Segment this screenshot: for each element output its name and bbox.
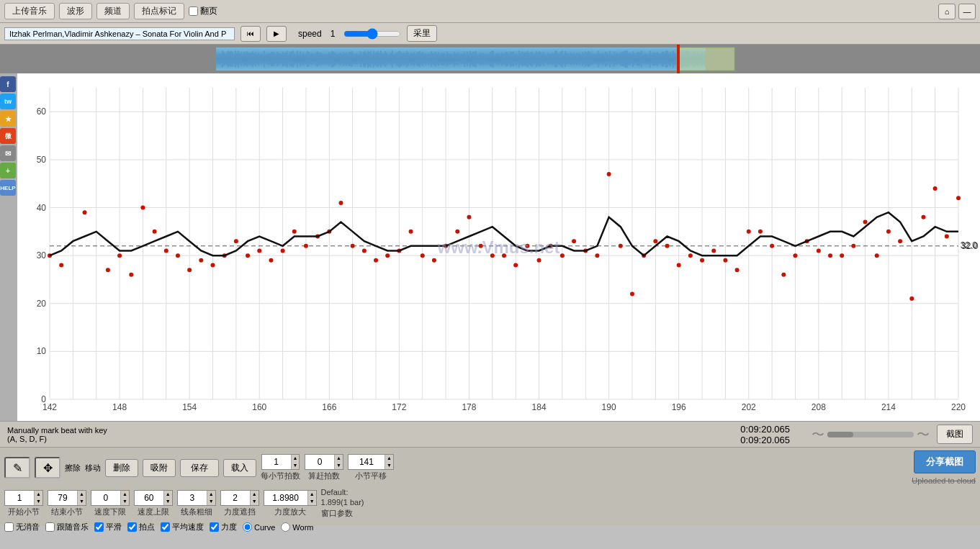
absorb-btn[interactable]: 吸附 <box>143 459 176 477</box>
line-width-up[interactable]: ▲ <box>207 491 215 498</box>
speed-lower-label: 速度下限 <box>94 507 126 517</box>
twitter-btn[interactable]: tw <box>0 94 16 109</box>
time1: 0:09:20.065 <box>740 424 790 435</box>
end-bar-input[interactable] <box>48 491 77 505</box>
amplify-input[interactable] <box>264 491 307 505</box>
start-bar-spinbox[interactable]: ▲ ▼ <box>4 490 43 506</box>
smooth-speed-down[interactable]: ▼ <box>250 498 259 505</box>
manual-mark-text: Manually mark beat with key <box>7 426 733 435</box>
amplify-up[interactable]: ▲ <box>307 491 316 498</box>
speed-upper-spinbox[interactable]: ▲ ▼ <box>134 490 173 506</box>
amplify-down[interactable]: ▼ <box>307 498 316 505</box>
share-btn[interactable]: 分享截图 <box>914 450 976 473</box>
screenshot-btn[interactable]: 截图 <box>937 425 973 444</box>
bar-offset-down[interactable]: ▼ <box>385 462 393 469</box>
smooth-checkbox-label: 平滑 <box>94 522 122 532</box>
minimize-btn[interactable]: — <box>958 4 976 19</box>
window-param-label: 窗口参数 <box>321 508 364 519</box>
status-bar: Manually mark beat with key (A, S, D, F)… <box>0 421 980 447</box>
wave-slider[interactable] <box>827 432 914 437</box>
end-bar-spinbox[interactable]: ▲ ▼ <box>48 490 86 506</box>
start-bar-up[interactable]: ▲ <box>34 491 42 498</box>
speed-upper-input[interactable] <box>135 491 163 505</box>
beat-unit-input[interactable] <box>305 455 334 469</box>
home-btn[interactable]: ⌂ <box>938 4 956 19</box>
follow-music-checkbox[interactable] <box>45 522 55 532</box>
worm-radio[interactable] <box>281 522 290 532</box>
flip-label: 翻页 <box>200 5 217 17</box>
end-bar-up[interactable]: ▲ <box>77 491 86 498</box>
facebook-btn[interactable]: f <box>0 76 16 92</box>
speed-lower-input[interactable] <box>91 491 120 505</box>
speed-lower-up[interactable]: ▲ <box>120 491 129 498</box>
social-sidebar: f tw ★ 微 ✉ + HELP <box>0 73 17 421</box>
weibo-btn[interactable]: 微 <box>0 128 16 144</box>
smooth-speed-input[interactable] <box>221 491 250 505</box>
help-btn[interactable]: HELP <box>0 180 16 196</box>
line-width-input[interactable] <box>178 491 207 505</box>
wave-btn[interactable]: 波形 <box>59 3 92 19</box>
top-toolbar: 上传音乐 波形 频道 拍点标记 翻页 ⌂ — <box>0 0 980 23</box>
delete-btn[interactable]: 删除 <box>105 459 138 477</box>
confirm-btn[interactable]: 采里 <box>407 25 437 42</box>
video-btn[interactable]: 频道 <box>96 3 130 19</box>
controls-row2: ▲ ▼ 开始小节 ▲ ▼ 结束小节 ▲ ▼ <box>4 488 976 519</box>
no-mute-checkbox[interactable] <box>4 522 14 532</box>
mail-btn[interactable]: ✉ <box>0 145 16 161</box>
keys-text: (A, S, D, F) <box>7 435 733 443</box>
bar-offset-up[interactable]: ▲ <box>385 455 393 462</box>
beats-per-bar-down[interactable]: ▼ <box>291 462 300 469</box>
beats-per-bar-up[interactable]: ▲ <box>291 455 300 462</box>
bar-offset-input[interactable] <box>349 455 385 469</box>
waveform-overview[interactable] <box>0 45 980 73</box>
line-width-down[interactable]: ▼ <box>207 498 215 505</box>
follow-music-checkbox-label: 跟随音乐 <box>45 522 89 532</box>
move-label: 移动 <box>85 463 101 473</box>
star-btn[interactable]: ★ <box>0 111 16 127</box>
avg-speed-checkbox[interactable] <box>161 522 170 532</box>
erase-label: 擦除 <box>65 463 81 473</box>
speed-slider[interactable] <box>343 28 401 40</box>
upload-music-btn[interactable]: 上传音乐 <box>4 3 55 19</box>
beat-unit-down[interactable]: ▼ <box>334 462 343 469</box>
worm-label: Worm <box>292 523 313 532</box>
flip-checkbox-label: 翻页 <box>189 5 217 17</box>
speed-upper-up[interactable]: ▲ <box>163 491 172 498</box>
start-bar-input[interactable] <box>5 491 34 505</box>
beats-per-bar-input[interactable] <box>262 455 291 469</box>
smooth-speed-up[interactable]: ▲ <box>250 491 259 498</box>
smooth-checkbox[interactable] <box>94 522 104 532</box>
bottom-controls: ✎ ✥ 擦除 移动 删除 吸附 保存 载入 ▲ ▼ 每小节拍数 ▲ <box>0 447 980 526</box>
status-wave: 〜 〜 <box>812 426 930 443</box>
beat-point-checkbox[interactable] <box>127 522 137 532</box>
beats-per-bar-spinbox[interactable]: ▲ ▼ <box>261 454 300 470</box>
speed-upper-down[interactable]: ▼ <box>163 498 172 505</box>
bar-offset-spinbox[interactable]: ▲ ▼ <box>348 454 394 470</box>
line-width-spinbox[interactable]: ▲ ▼ <box>177 490 216 506</box>
default-label: Default: <box>321 488 364 496</box>
status-time: 0:09:20.065 0:09:20.065 <box>740 424 790 445</box>
beat-unit-up[interactable]: ▲ <box>334 455 343 462</box>
wave-left-icon: 〜 <box>812 426 824 443</box>
save-btn[interactable]: 保存 <box>180 459 219 477</box>
amplify-label: 力度放大 <box>274 507 306 517</box>
speed-lower-down[interactable]: ▼ <box>120 498 129 505</box>
play-btn[interactable]: ▶ <box>266 26 287 42</box>
erase-icon-btn[interactable]: ✎ <box>4 457 30 478</box>
amplify-spinbox[interactable]: ▲ ▼ <box>264 490 317 506</box>
plus-btn[interactable]: + <box>0 163 16 178</box>
smooth-speed-spinbox[interactable]: ▲ ▼ <box>220 490 259 506</box>
speed-lower-spinbox[interactable]: ▲ ▼ <box>91 490 130 506</box>
move-icon-btn[interactable]: ✥ <box>35 457 60 478</box>
start-bar-down[interactable]: ▼ <box>34 498 42 505</box>
force-checkbox[interactable] <box>210 522 219 532</box>
beat-point-label: 拍点 <box>139 522 155 532</box>
curve-radio[interactable] <box>243 522 252 532</box>
end-bar-down[interactable]: ▼ <box>77 498 86 505</box>
load-btn[interactable]: 载入 <box>223 459 256 477</box>
beat-unit-spinbox[interactable]: ▲ ▼ <box>305 454 343 470</box>
rewind-btn[interactable]: ⏮ <box>240 26 261 42</box>
beat-btn[interactable]: 拍点标记 <box>134 3 184 19</box>
chart-area[interactable]: www.Vmus.net 32.0 <box>17 73 980 421</box>
flip-checkbox[interactable] <box>189 6 198 16</box>
